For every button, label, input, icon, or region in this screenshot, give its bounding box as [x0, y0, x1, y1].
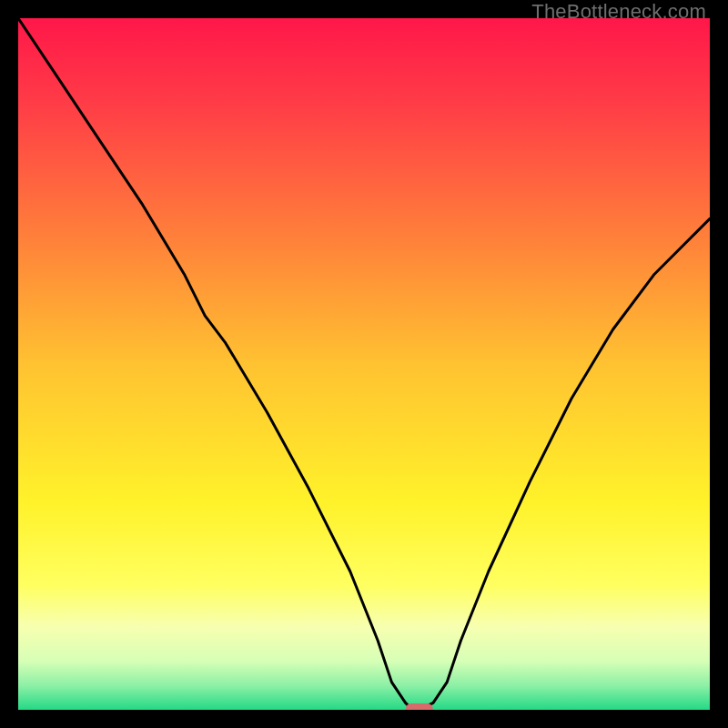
optimal-point-marker [406, 703, 433, 710]
bottleneck-chart [18, 18, 710, 710]
chart-frame [18, 18, 710, 710]
